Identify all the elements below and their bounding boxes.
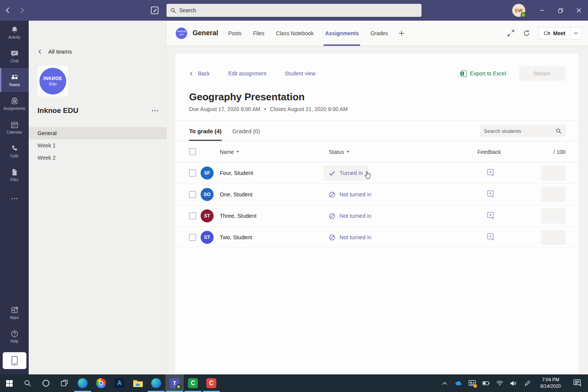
snagit-button[interactable]: C [202, 374, 220, 392]
start-button[interactable] [0, 374, 18, 392]
rail-item-calendar[interactable]: Calendar [0, 116, 29, 139]
teams-check-badge: ✓ [176, 384, 181, 389]
student-row[interactable]: SF Four, Student Turned in [175, 162, 579, 184]
user-avatar[interactable]: SW ✓ [512, 4, 525, 17]
rail-item-more[interactable] [0, 187, 29, 211]
grade-input[interactable] [541, 187, 565, 202]
search-students-input[interactable] [484, 128, 556, 134]
wifi-icon[interactable] [496, 380, 503, 387]
rail-item-assignments[interactable]: Assignments [0, 92, 29, 116]
feedback-icon[interactable] [487, 169, 495, 177]
student-row[interactable]: SO One, Student Not turned in [175, 184, 579, 205]
channel-general[interactable]: General [29, 127, 166, 139]
pen-icon[interactable] [524, 380, 531, 387]
windows-taskbar: A T ✓ C C [0, 374, 588, 392]
rail-item-help[interactable]: Help [0, 325, 29, 348]
meet-button[interactable]: Meet [539, 27, 582, 39]
task-view-button[interactable] [55, 374, 74, 392]
rail-item-chat[interactable]: Chat [0, 44, 29, 68]
global-search[interactable] [167, 4, 421, 17]
back-arrow-icon[interactable] [5, 7, 11, 14]
export-to-excel-link[interactable]: Export to Excel [460, 70, 506, 77]
new-chat-icon[interactable] [150, 6, 159, 15]
table-header: Name Status Feedback / 100 [175, 141, 579, 162]
action-center-button[interactable] [573, 379, 582, 387]
chat-icon [10, 49, 19, 58]
back-link[interactable]: Back [189, 70, 210, 77]
student-row[interactable]: ST Three, Student Not turned in [175, 205, 579, 227]
refresh-icon[interactable] [523, 29, 530, 37]
file-explorer-button[interactable] [129, 374, 147, 392]
assignment-dates: Due August 17, 2020 8:00 AM • Closes Aug… [175, 103, 579, 121]
channel-week-2[interactable]: Week 2 [29, 152, 166, 164]
tab-class-notebook[interactable]: Class Notebook [276, 21, 314, 46]
rail-item-activity[interactable]: Activity [0, 21, 29, 44]
edit-assignment-link[interactable]: Edit assignment [228, 70, 266, 77]
teams-tray-icon[interactable] [469, 380, 476, 387]
tray-chevron-up-icon[interactable] [441, 380, 448, 387]
taskbar-search-button[interactable] [18, 374, 37, 392]
status-not-turned-in[interactable]: Not turned in [323, 208, 377, 224]
row-checkbox[interactable] [189, 191, 196, 198]
feedback-icon[interactable] [487, 190, 495, 199]
select-all-checkbox[interactable] [189, 148, 196, 155]
tab-files[interactable]: Files [253, 21, 265, 46]
row-checkbox[interactable] [189, 212, 196, 219]
row-checkbox[interactable] [189, 234, 196, 241]
column-status[interactable]: Status [329, 141, 350, 162]
meet-options-button[interactable] [570, 27, 581, 39]
status-not-turned-in[interactable]: Not turned in [323, 187, 377, 202]
all-teams-back[interactable]: All teams [38, 48, 72, 55]
restore-button[interactable] [551, 0, 570, 21]
cortana-button[interactable] [37, 374, 55, 392]
forward-arrow-icon[interactable] [18, 7, 25, 14]
rail-item-files[interactable]: Files [0, 163, 29, 187]
search-input[interactable] [179, 7, 418, 13]
tab-assignments[interactable]: Assignments [325, 21, 359, 46]
channel-week-1[interactable]: Week 1 [29, 139, 166, 152]
chrome-button[interactable] [92, 374, 110, 392]
expand-icon[interactable] [507, 29, 514, 37]
tab-graded[interactable]: Graded (0) [232, 121, 260, 141]
assignment-title: Geography Presentation [175, 81, 579, 103]
column-name[interactable]: Name [220, 141, 239, 162]
classpoint-icon: A [114, 378, 124, 388]
student-row[interactable]: ST Two, Student Not turned in [175, 227, 579, 248]
team-logo-tile[interactable]: INKИOE Edu [38, 66, 68, 96]
team-options-icon[interactable] [151, 106, 159, 115]
dot-separator: • [264, 106, 266, 112]
battery-icon[interactable] [482, 380, 490, 387]
student-view-link[interactable]: Student view [285, 70, 315, 77]
rail-item-teams[interactable]: Teams [0, 68, 29, 92]
edge-button-2[interactable] [147, 374, 165, 392]
status-not-turned-in[interactable]: Not turned in [323, 230, 377, 245]
rail-item-apps[interactable]: Apps [0, 301, 29, 325]
tab-posts[interactable]: Posts [228, 21, 242, 46]
classpoint-button[interactable]: A [110, 374, 129, 392]
edge-button[interactable] [74, 374, 92, 392]
search-students-box[interactable] [480, 125, 565, 137]
mobile-app-button[interactable] [3, 352, 26, 369]
tab-grades[interactable]: Grades [370, 21, 388, 46]
camtasia-button[interactable]: C [184, 374, 202, 392]
search-icon [170, 8, 176, 13]
file-icon [10, 168, 19, 176]
status-turned-in[interactable]: Turned in [323, 165, 368, 181]
grade-input[interactable] [541, 165, 565, 181]
add-tab-icon[interactable] [399, 30, 405, 36]
close-button[interactable] [570, 0, 588, 21]
onedrive-icon[interactable] [455, 380, 462, 387]
feedback-icon[interactable] [487, 233, 495, 242]
volume-icon[interactable] [510, 380, 517, 387]
return-button[interactable]: Return [519, 66, 565, 81]
grade-input[interactable] [541, 230, 565, 245]
chevron-left-icon [38, 49, 43, 54]
tab-to-grade[interactable]: To grade (4) [189, 121, 222, 141]
minimize-button[interactable] [533, 0, 551, 21]
feedback-icon[interactable] [487, 212, 495, 220]
teams-taskbar-button[interactable]: T ✓ [165, 374, 184, 392]
rail-item-calls[interactable]: Calls [0, 139, 29, 163]
grade-input[interactable] [541, 208, 565, 224]
row-checkbox[interactable] [189, 170, 196, 176]
taskbar-clock[interactable]: 7:04 PM 8/14/2020 [537, 377, 564, 390]
